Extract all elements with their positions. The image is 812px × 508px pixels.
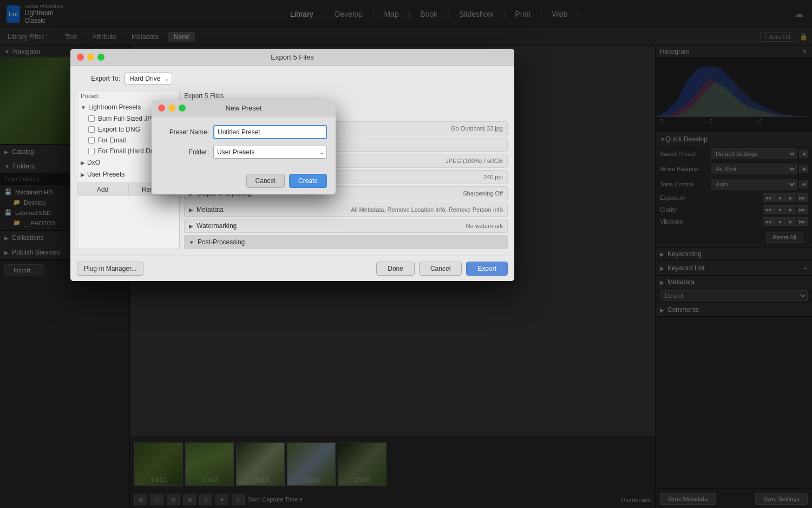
- folder-arrow-icon: ⌄: [319, 149, 324, 155]
- preset-name-input[interactable]: [213, 125, 327, 139]
- footer-right: Done Cancel Export: [376, 262, 508, 276]
- preset-label: Preset:: [77, 90, 179, 101]
- cancel-export-btn[interactable]: Cancel: [419, 262, 462, 276]
- metadata-label-export: Metadata: [197, 206, 224, 213]
- traffic-light-green[interactable]: [97, 54, 104, 61]
- preset-checkbox-burn[interactable]: [88, 115, 95, 122]
- metadata-header-export[interactable]: ▶ Metadata All Metadata, Remove Location…: [185, 203, 507, 216]
- traffic-light-red[interactable]: [77, 54, 84, 61]
- preset-checkbox-email-hd[interactable]: [88, 148, 95, 154]
- file-naming-value: Go Outdoors 33.jpg: [451, 125, 503, 132]
- watermarking-label: Watermarking: [197, 222, 237, 230]
- user-presets-label: User Presets: [87, 171, 125, 178]
- done-btn[interactable]: Done: [376, 262, 415, 276]
- traffic-light-yellow[interactable]: [87, 54, 94, 61]
- np-traffic-lights: [158, 105, 186, 112]
- preset-checkbox-dng[interactable]: [88, 126, 95, 133]
- np-cancel-btn[interactable]: Cancel: [246, 174, 285, 188]
- export-dialog-footer: Plug-in Manager... Done Cancel Export: [70, 256, 514, 281]
- folder-wrapper: User Presets ⌄: [213, 146, 327, 159]
- new-preset-body: Preset Name: Folder: User Presets ⌄: [152, 116, 336, 170]
- np-tl-yellow[interactable]: [168, 105, 175, 112]
- output-sharpening-value: Sharpening Off: [463, 190, 503, 197]
- np-tl-red[interactable]: [158, 105, 165, 112]
- watermarking-value: No watermark: [466, 223, 503, 229]
- new-preset-title: New Preset: [225, 104, 261, 112]
- metadata-value-export: All Metadata, Remove Location Info, Remo…: [351, 206, 503, 213]
- np-create-btn[interactable]: Create: [289, 174, 327, 188]
- export-to-dropdown[interactable]: Hard Drive: [125, 73, 172, 84]
- export-to-label: Export To:: [77, 75, 120, 82]
- folder-row: Folder: User Presets ⌄: [160, 146, 327, 159]
- dxo-label: DxO: [87, 159, 100, 166]
- preset-name-row: Preset Name:: [160, 125, 327, 139]
- folder-select[interactable]: User Presets: [213, 146, 327, 159]
- export-dialog-title-bar: Export 5 Files: [70, 49, 514, 66]
- lightroom-presets-label: Lightroom Presets: [88, 103, 141, 111]
- preset-add-btn[interactable]: Add: [77, 183, 129, 196]
- preset-name-label: Preset Name:: [160, 128, 209, 136]
- plugin-manager-btn[interactable]: Plug-in Manager...: [77, 262, 143, 276]
- np-tl-green[interactable]: [179, 105, 186, 112]
- watermarking-row: ▶ Watermarking No watermark: [184, 219, 508, 233]
- watermarking-header[interactable]: ▶ Watermarking No watermark: [185, 219, 507, 232]
- image-sizing-value: 240 ppi: [483, 174, 503, 180]
- metadata-row-export: ▶ Metadata All Metadata, Remove Location…: [184, 203, 508, 217]
- post-processing-row: ▼ Post-Processing: [184, 235, 508, 249]
- new-preset-dialog: New Preset Preset Name: Folder: User Pre…: [152, 100, 336, 194]
- folder-label: Folder:: [160, 148, 209, 156]
- export-files-btn[interactable]: Export: [466, 262, 508, 276]
- export-to-wrapper: Hard Drive ⌄: [125, 73, 172, 84]
- traffic-lights: [77, 54, 104, 61]
- new-preset-title-bar: New Preset: [152, 100, 336, 116]
- new-preset-footer: Cancel Create: [152, 170, 336, 194]
- post-processing-header[interactable]: ▼ Post-Processing: [185, 236, 507, 249]
- export-dialog-title: Export 5 Files: [271, 53, 313, 61]
- preset-checkbox-email[interactable]: [88, 137, 95, 144]
- file-settings-value: JPEG (100%) / sRGB: [446, 158, 503, 164]
- export-to-row: Export To: Hard Drive ⌄: [77, 73, 508, 84]
- post-processing-label: Post-Processing: [198, 238, 245, 246]
